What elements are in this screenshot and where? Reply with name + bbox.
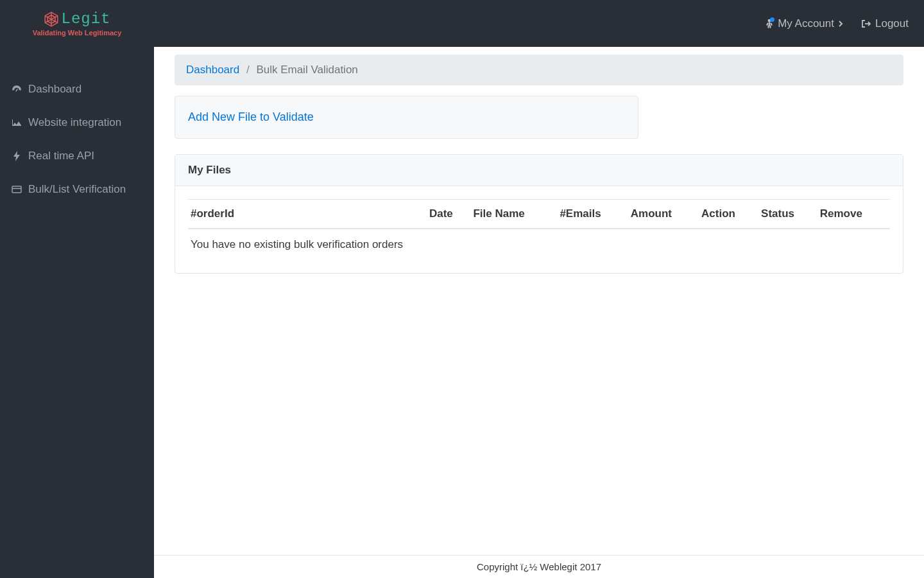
empty-message: You have no existing bulk verification o… xyxy=(188,229,890,260)
brand-name: Legit xyxy=(61,10,110,28)
svg-rect-11 xyxy=(15,89,18,92)
col-amount: Amount xyxy=(628,200,699,229)
svg-rect-7 xyxy=(766,22,769,26)
sidebar-item-website-integration[interactable]: Website integration xyxy=(0,106,154,139)
footer-text: Copyright ï¿½ Weblegit 2017 xyxy=(477,561,601,572)
sidebar-item-label: Dashboard xyxy=(28,83,81,96)
notification-dot-icon xyxy=(770,17,774,22)
logout-link[interactable]: Logout xyxy=(861,17,909,30)
logout-icon xyxy=(861,19,871,28)
logout-label: Logout xyxy=(875,17,909,30)
table-empty-row: You have no existing bulk verification o… xyxy=(188,229,890,260)
brand-logo[interactable]: Legit Validating Web Legitimacy xyxy=(0,0,154,47)
col-remove: Remove xyxy=(817,200,890,229)
my-account-label: My Account xyxy=(778,17,834,30)
col-status: Status xyxy=(758,200,817,229)
footer: Copyright ï¿½ Weblegit 2017 xyxy=(154,555,924,578)
topnav: My Account Logout xyxy=(765,17,909,30)
breadcrumb-separator: / xyxy=(243,64,253,76)
chevron-right-icon xyxy=(838,20,843,28)
col-emails: #Emails xyxy=(557,200,628,229)
sidebar-item-label: Bulk/List Verification xyxy=(28,183,126,196)
add-new-file-link[interactable]: Add New File to Validate xyxy=(188,110,314,123)
col-filename: File Name xyxy=(470,200,557,229)
breadcrumb-current: Bulk Email Validation xyxy=(256,64,357,76)
area-chart-icon xyxy=(12,118,22,127)
sidebar-item-bulk-verification[interactable]: Bulk/List Verification xyxy=(0,173,154,206)
brand-mark-icon xyxy=(43,11,60,28)
panel-title: My Files xyxy=(175,155,903,186)
col-orderid: #orderId xyxy=(188,200,427,229)
gauge-icon xyxy=(12,85,22,94)
breadcrumb: Dashboard / Bulk Email Validation xyxy=(175,55,903,85)
breadcrumb-root-link[interactable]: Dashboard xyxy=(186,64,239,76)
my-files-panel: My Files #orderId Date File Name #Emails… xyxy=(175,154,903,274)
add-file-panel: Add New File to Validate xyxy=(175,96,638,139)
sidebar-item-real-time-api[interactable]: Real time API xyxy=(0,139,154,173)
topbar: Legit Validating Web Legitimacy My Accou… xyxy=(0,0,924,47)
svg-rect-9 xyxy=(768,25,769,28)
brand-tagline: Validating Web Legitimacy xyxy=(33,29,122,37)
sidebar-item-label: Website integration xyxy=(28,116,121,129)
col-date: Date xyxy=(427,200,471,229)
svg-rect-8 xyxy=(770,22,773,26)
files-table: #orderId Date File Name #Emails Amount A… xyxy=(188,199,890,260)
svg-rect-13 xyxy=(12,186,21,193)
bolt-icon xyxy=(12,151,22,161)
svg-rect-10 xyxy=(770,25,771,28)
sidebar-item-dashboard[interactable]: Dashboard xyxy=(0,73,154,106)
main-content: Dashboard / Bulk Email Validation Add Ne… xyxy=(154,47,924,555)
svg-marker-12 xyxy=(13,151,20,161)
sidebar-item-label: Real time API xyxy=(28,150,94,162)
my-account-menu[interactable]: My Account xyxy=(765,17,843,30)
col-action: Action xyxy=(699,200,758,229)
sidebar: Dashboard Website integration Real time … xyxy=(0,47,154,578)
card-icon xyxy=(12,186,22,193)
